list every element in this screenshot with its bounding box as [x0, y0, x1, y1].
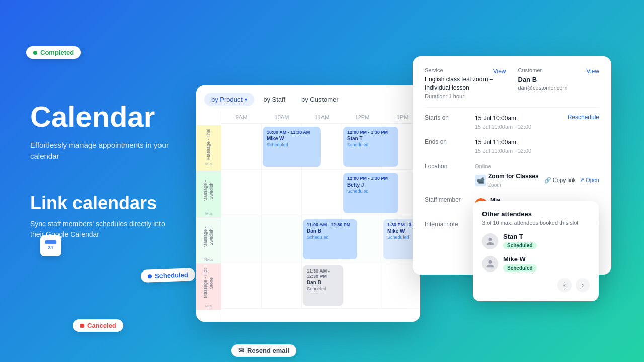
service-customer-row: Service View English class test zoom – I…	[425, 67, 599, 99]
location-row: Location Online 📹 Zoom for Classes Zoom …	[425, 162, 599, 189]
completed-label: Completed	[40, 49, 74, 56]
tab-bar: by Product ▾ by Staff by Customer	[196, 85, 420, 111]
completed-badge: Completed	[26, 46, 81, 59]
attendees-popup: Other attendees 3 of 10 max. attendees b…	[473, 201, 599, 301]
note-label: Internal note	[425, 220, 470, 228]
appt-stan-t-thai[interactable]: 12:00 PM - 1:30 PM Stan T Scheduled	[343, 127, 398, 167]
svg-rect-2	[45, 242, 56, 244]
appt-status: Scheduled	[307, 235, 353, 240]
calendar-panel: by Product ▾ by Staff by Customer Massag…	[196, 85, 420, 322]
ends-date: 15 Jul 11:00am	[475, 138, 599, 147]
service-col: Service View English class test zoom – I…	[425, 67, 506, 99]
chevron-down-icon: ▾	[245, 97, 247, 102]
service-name: English class test zoom – Individual les…	[425, 75, 506, 93]
time-12pm: 12PM	[342, 114, 382, 120]
divider	[425, 107, 599, 108]
location-detail: 📹 Zoom for Classes Zoom 🔗 Copy link ↗ Op…	[475, 172, 599, 189]
ends-tz: 15 Jul 11:00am +02:00	[475, 147, 599, 155]
scheduled-label: Scheduled	[155, 271, 188, 280]
cal-row-hotstone-mia: 11:30 AM - 12:30 PM Dan B Canceled	[221, 262, 420, 309]
customer-name: Dan B	[518, 75, 600, 84]
open-button[interactable]: ↗ Open	[580, 176, 599, 185]
attendees-subtitle: 3 of 10 max. attendees booked this slot	[482, 220, 590, 226]
service-duration: Duration: 1 hour	[425, 93, 506, 99]
attendee-status-stan: Scheduled	[503, 242, 537, 249]
customer-label: Customer	[518, 67, 542, 73]
attendee-name-stan: Stan T	[503, 233, 537, 240]
appt-dan-b-canceled[interactable]: 11:30 AM - 12:30 PM Dan B Canceled	[303, 265, 343, 306]
appt-dan-b[interactable]: 11:00 AM - 12:30 PM Dan B Scheduled	[303, 219, 357, 259]
appt-name: Mike W	[267, 136, 317, 141]
appt-time: 12:00 PM - 1:30 PM	[347, 176, 394, 181]
location-label: Location	[425, 162, 470, 170]
link-title: Link calendars	[30, 193, 171, 214]
left-content: Calendar Effortlessly manage appointment…	[30, 101, 171, 240]
service-label: Service	[425, 67, 443, 73]
appt-time: 10:00 AM - 11:30 AM	[267, 130, 317, 135]
calendar-main: 9AM 10AM 11AM 12PM 1PM 2PM	[221, 111, 420, 322]
attendee-status-mike: Scheduled	[503, 264, 537, 272]
cal-row-thai-mia: 10:00 AM - 11:30 AM Mike W Scheduled 12:…	[221, 124, 420, 170]
canceled-label: Canceled	[87, 322, 116, 329]
resend-email-badge[interactable]: ✉ Resend email	[231, 344, 296, 357]
appt-time: 11:30 AM - 12:30 PM	[307, 268, 339, 279]
copy-link-button[interactable]: 🔗 Copy link	[544, 176, 576, 185]
completed-dot	[33, 51, 37, 55]
svg-text:31: 31	[48, 245, 54, 250]
resend-icon: ✉	[238, 347, 244, 354]
scheduled-badge: Scheduled	[141, 268, 196, 283]
link-subtitle: Sync staff members' schedules directly i…	[30, 219, 171, 240]
row-labels: Massage - Thai Mia Massage - Swedish Mia…	[196, 111, 221, 322]
cal-row-swedish-nata: 11:00 AM - 12:30 PM Dan B Scheduled 1:30…	[221, 216, 420, 262]
customer-email: dan@customer.com	[518, 85, 600, 91]
attendee-name-mike: Mike W	[503, 255, 537, 263]
hero-subtitle: Effortlessly manage appointments in your…	[30, 140, 171, 162]
attendee-avatar-stan	[482, 233, 498, 249]
nav-buttons: ‹ ›	[482, 278, 590, 292]
ends-label: Ends on	[425, 138, 470, 145]
appt-mike-w-thai[interactable]: 10:00 AM - 11:30 AM Mike W Scheduled	[263, 127, 321, 167]
location-type: Online	[475, 162, 599, 171]
attendee-mike-w: Mike W Scheduled	[482, 255, 590, 272]
row-label-hotstone: Massage - Hot Stone Mia	[196, 264, 221, 310]
appt-status: Scheduled	[347, 189, 394, 194]
appt-betty-j[interactable]: 12:00 PM - 1:30 PM Betty J Scheduled	[343, 173, 398, 213]
attendees-title: Other attendees	[482, 210, 590, 218]
row-label-thai: Massage - Thai Mia	[196, 125, 221, 171]
ends-row: Ends on 15 Jul 11:00am 15 Jul 11:00am +0…	[425, 138, 599, 155]
reschedule-button[interactable]: Reschedule	[568, 114, 599, 121]
cal-row-swedish-mia: 12:00 PM - 1:30 PM Betty J Scheduled	[221, 170, 420, 216]
appt-status: Scheduled	[267, 142, 317, 147]
appt-name: Dan B	[307, 228, 353, 234]
canceled-badge: Canceled	[73, 319, 123, 332]
starts-date: 15 Jul 10:00am	[475, 114, 562, 123]
time-header: 9AM 10AM 11AM 12PM 1PM 2PM	[221, 111, 420, 124]
main-title: Calendar	[30, 101, 171, 133]
appt-status: Canceled	[307, 286, 339, 291]
tab-product[interactable]: by Product ▾	[204, 93, 254, 106]
time-10am: 10AM	[262, 114, 302, 120]
appt-name: Dan B	[307, 280, 339, 285]
customer-view-link[interactable]: View	[586, 68, 599, 75]
next-button[interactable]: ›	[576, 278, 590, 292]
appt-name: Betty J	[347, 182, 394, 188]
starts-tz: 15 Jul 10:00am +02:00	[475, 123, 562, 131]
scheduled-dot	[148, 274, 152, 278]
calendar-grid: Massage - Thai Mia Massage - Swedish Mia…	[196, 111, 420, 322]
tab-staff[interactable]: by Staff	[256, 93, 292, 106]
location-name: Zoom for Classes	[488, 172, 539, 181]
time-11am: 11AM	[302, 114, 342, 120]
appt-name: Stan T	[347, 136, 394, 141]
time-9am: 9AM	[221, 114, 262, 120]
starts-row: Starts on 15 Jul 10:00am 15 Jul 10:00am …	[425, 114, 599, 131]
prev-button[interactable]: ‹	[557, 278, 572, 292]
canceled-dot	[80, 324, 84, 328]
attendee-avatar-mike	[482, 256, 498, 272]
resend-label: Resend email	[247, 347, 289, 354]
appt-status: Scheduled	[347, 142, 394, 147]
service-view-link[interactable]: View	[493, 68, 506, 75]
location-actions: 🔗 Copy link ↗ Open	[544, 176, 599, 185]
tab-customer[interactable]: by Customer	[294, 93, 346, 106]
customer-col: Customer View Dan B dan@customer.com	[518, 67, 600, 99]
starts-label: Starts on	[425, 114, 470, 121]
